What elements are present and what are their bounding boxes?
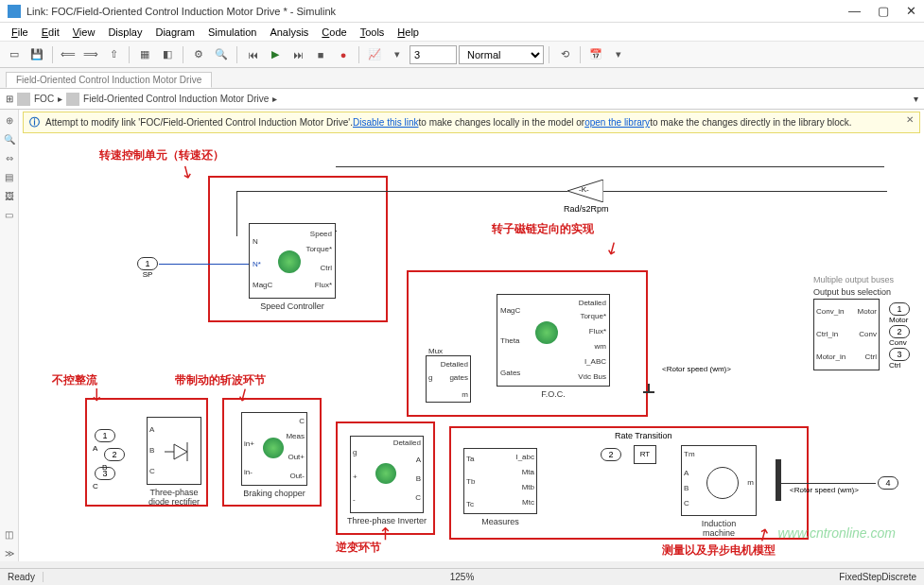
menu-simulation[interactable]: Simulation — [202, 25, 262, 40]
rate-transition-label: Rate Transition — [615, 431, 672, 440]
maximize-button[interactable]: ▢ — [878, 4, 889, 18]
disable-link[interactable]: Disable this link — [353, 117, 418, 128]
run-button[interactable]: ▶ — [265, 44, 286, 65]
block-foc[interactable]: Detailed MagC Theta Gates Torque* Flux* … — [497, 294, 610, 387]
block-gain[interactable]: -K- Rad/s2Rpm — [567, 180, 603, 202]
inport-a[interactable]: 1 — [95, 429, 115, 442]
signal-button[interactable]: 📈 — [364, 44, 385, 65]
build-button[interactable]: 📅 — [585, 44, 606, 65]
menu-file[interactable]: FFileile — [6, 25, 34, 40]
workspace: ⓘ Attempt to modify link 'FOC/Field-Orie… — [0, 110, 924, 561]
block-rectifier[interactable]: A B C Three-phase diode rectifier — [147, 417, 201, 485]
outport-conv[interactable]: 2Conv — [889, 325, 910, 347]
block-induction-machine[interactable]: Tm A B C m Induction machine — [681, 445, 757, 516]
tab-model[interactable]: Field-Oriented Control Induction Motor D… — [6, 72, 212, 88]
app-icon — [8, 5, 21, 18]
menu-code[interactable]: Code — [316, 25, 352, 40]
breadcrumb-end-icon: ▸ — [272, 94, 277, 104]
back-button[interactable]: ⟸ — [58, 44, 78, 65]
dropdown-icon[interactable]: ▾ — [387, 44, 408, 65]
status-solver[interactable]: FixedStepDiscrete — [839, 572, 916, 582]
label-inverter: 逆变环节 — [336, 540, 381, 556]
outport-ctrl[interactable]: 3Ctrl — [889, 348, 910, 370]
controller-icon — [278, 250, 301, 273]
svg-marker-1 — [174, 444, 187, 459]
more-icon[interactable]: ▾ — [608, 44, 629, 65]
menu-diagram[interactable]: Diagram — [149, 25, 200, 40]
block-rate-transition[interactable]: RT — [634, 445, 656, 464]
palette-bottom-icon[interactable]: ◫ — [3, 529, 16, 542]
model-canvas[interactable]: 转速控制单元（转速还） ↘ 转子磁链定向的实现 ↘ 不控整流 ↘ 带制动的斩波环… — [19, 110, 924, 561]
menu-help[interactable]: Help — [392, 25, 425, 40]
inport-b[interactable]: 2 — [104, 448, 125, 461]
menu-view[interactable]: View — [67, 25, 101, 40]
library-browser-button[interactable]: ▦ — [134, 44, 155, 65]
label-speed: 转速控制单元（转速还） — [99, 147, 224, 163]
image-icon[interactable]: 🖼 — [3, 191, 16, 204]
demux-bar[interactable] — [776, 459, 781, 501]
breadcrumb-current[interactable]: Field-Oriented Control Induction Motor D… — [83, 94, 269, 104]
save-button[interactable]: 💾 — [26, 44, 47, 65]
menu-display[interactable]: Display — [102, 25, 148, 40]
outport-motor[interactable]: 1Motor — [889, 302, 910, 324]
simulation-mode-select[interactable]: Normal — [459, 45, 544, 64]
pan-tool-icon[interactable]: ⇔ — [3, 153, 16, 166]
watermark: www.cntronline.com — [778, 525, 897, 541]
up-button[interactable]: ⇧ — [103, 44, 124, 65]
notice-close-icon[interactable]: ✕ — [906, 114, 914, 125]
stop-button[interactable]: ■ — [310, 44, 331, 65]
wire — [159, 264, 249, 265]
close-button[interactable]: ✕ — [906, 4, 916, 18]
record-button[interactable]: ● — [333, 44, 354, 65]
window-title: Link: FOC/Field-Oriented Control Inducti… — [26, 6, 848, 17]
menu-bar: FFileile Edit View Display Diagram Simul… — [0, 23, 924, 42]
inport-rate[interactable]: 2 — [601, 448, 621, 461]
block-measures[interactable]: Ta Tb Tc I_abc Mta Mtb Mtc Measures — [463, 448, 537, 514]
status-ready: Ready — [0, 572, 44, 582]
breadcrumb-dropdown-icon[interactable]: ▾ — [914, 94, 918, 104]
zoom-fit-icon[interactable]: ⊕ — [3, 115, 16, 129]
breadcrumb: ⊞ FOC ▸ Field-Oriented Control Induction… — [0, 89, 924, 110]
title-bar: Link: FOC/Field-Oriented Control Inducti… — [0, 0, 924, 23]
block-speed-controller[interactable]: N N* MagC Speed Torque* Ctrl Flux* Speed… — [249, 223, 336, 299]
open-library-link[interactable]: open the library — [584, 117, 650, 128]
motor-icon — [706, 467, 739, 499]
fast-restart-button[interactable]: ⟲ — [554, 44, 575, 65]
signal-rotor-speed: <Rotor speed (wm)> — [662, 365, 731, 373]
link-notice: ⓘ Attempt to modify link 'FOC/Field-Orie… — [23, 112, 920, 133]
unknown-icon[interactable]: ▭ — [3, 210, 16, 223]
search-button[interactable]: 🔍 — [211, 44, 232, 65]
step-back-button[interactable]: ⏮ — [242, 44, 263, 65]
config-button[interactable]: ⚙ — [188, 44, 209, 65]
menu-analysis[interactable]: Analysis — [264, 25, 314, 40]
foc-icon — [535, 321, 558, 344]
outport-4[interactable]: 4 — [878, 476, 898, 490]
hide-browser-icon[interactable]: ⊞ — [6, 94, 13, 104]
model-icon — [17, 93, 30, 106]
canvas-palette: ⊕ 🔍 ⇔ ▤ 🖼 ▭ ◫ ≫ — [0, 110, 19, 561]
breadcrumb-root[interactable]: FOC — [34, 94, 54, 104]
label-rectifier: 不控整流 — [52, 372, 97, 388]
bus-subtitle: Output bus selection — [813, 287, 891, 297]
annotate-icon[interactable]: ▤ — [3, 172, 16, 185]
label-chopper: 带制动的斩波环节 — [175, 372, 266, 388]
model-explorer-button[interactable]: ◧ — [157, 44, 178, 65]
block-chopper[interactable]: in+ in- C Meas Out+ Out- Braking chopper — [241, 412, 307, 486]
block-mux[interactable]: Mux Detailed g gates m — [426, 355, 471, 403]
zoom-tool-icon[interactable]: 🔍 — [3, 134, 16, 147]
forward-button[interactable]: ⟹ — [80, 44, 101, 65]
signal-rotor-speed-2: <Rotor speed (wm)> — [790, 486, 859, 494]
block-inverter[interactable]: Detailed g + - A B C Three-phase Inverte… — [350, 436, 424, 513]
step-forward-button[interactable]: ⏭ — [288, 44, 308, 65]
inport-sp[interactable]: 1 SP — [137, 257, 158, 279]
minimize-button[interactable]: — — [848, 4, 861, 18]
palette-bottom-icon2[interactable]: ≫ — [3, 548, 16, 561]
inverter-icon — [375, 463, 396, 484]
status-zoom[interactable]: 125% — [450, 572, 475, 582]
new-model-button[interactable]: ▭ — [4, 44, 25, 65]
block-bus-selector[interactable]: Conv_in Ctrl_in Motor_in Motor Conv Ctrl — [813, 299, 880, 370]
menu-tools[interactable]: Tools — [355, 25, 391, 40]
menu-edit[interactable]: Edit — [36, 25, 65, 40]
stop-time-input[interactable] — [410, 45, 457, 64]
inport-c[interactable]: 3 — [95, 467, 115, 480]
